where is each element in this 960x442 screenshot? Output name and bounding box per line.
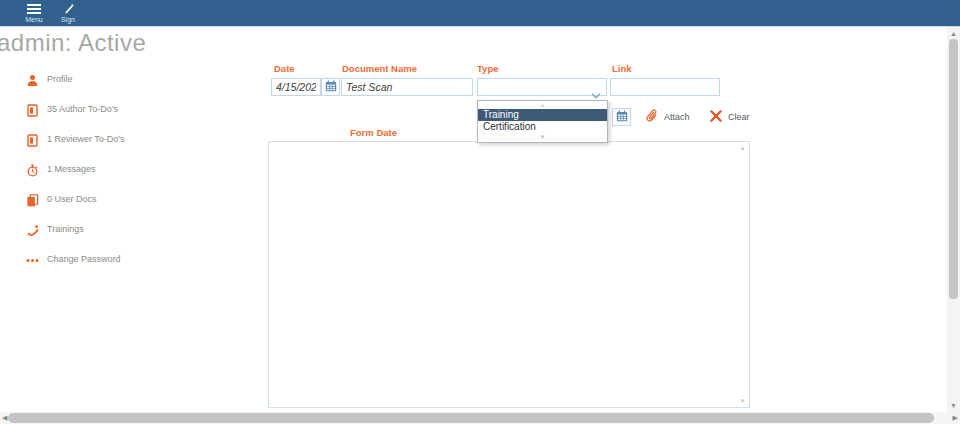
scroll-left-icon[interactable]: ◀: [2, 412, 7, 424]
form-date-calendar-button[interactable]: [612, 108, 631, 126]
top-toolbar: Menu Sign: [0, 0, 960, 27]
reviewer-todos-icon: [26, 133, 40, 146]
sidebar-item-change-password[interactable]: Change Password: [26, 252, 121, 266]
menu-button[interactable]: Menu: [16, 3, 52, 26]
dropdown-option-training[interactable]: Training: [478, 109, 607, 121]
type-dropdown-list: ▲ Training Certification ▼: [477, 100, 608, 143]
dropdown-scroll-down-icon[interactable]: ▼: [478, 133, 607, 142]
sidebar-item-label: Trainings: [47, 224, 84, 234]
sidebar-item-messages[interactable]: 1 Messages: [26, 162, 96, 176]
date-label: Date: [274, 63, 295, 74]
sidebar-item-label: 1 Messages: [47, 164, 96, 174]
sidebar-item-label: Change Password: [47, 254, 121, 264]
calendar-icon: [325, 80, 337, 95]
clear-button-label: Clear: [728, 112, 750, 122]
type-label: Type: [477, 63, 498, 74]
type-select[interactable]: [477, 78, 607, 96]
sidebar-item-profile[interactable]: Profile: [26, 72, 73, 86]
vertical-scrollbar-thumb[interactable]: [949, 39, 958, 299]
form-date-label: Form Date: [350, 127, 397, 138]
trainings-icon: [26, 223, 40, 236]
change-password-icon: [26, 253, 40, 266]
document-name-input[interactable]: [341, 78, 473, 96]
clear-x-icon: [710, 110, 722, 125]
sidebar-item-label: Profile: [47, 74, 73, 84]
link-label: Link: [612, 63, 632, 74]
scroll-down-icon[interactable]: ▼: [947, 402, 960, 409]
clear-button[interactable]: Clear: [710, 109, 750, 125]
menu-icon: [16, 3, 52, 15]
user-docs-icon: [26, 193, 40, 206]
sidebar-item-trainings[interactable]: Trainings: [26, 222, 84, 236]
calendar-icon: [616, 110, 628, 125]
date-calendar-button[interactable]: [321, 78, 340, 96]
scroll-down-icon[interactable]: ▼: [736, 398, 749, 404]
link-input[interactable]: [610, 78, 720, 96]
sign-button-label: Sign: [50, 16, 86, 23]
horizontal-scrollbar[interactable]: ◀ ▶: [0, 412, 960, 424]
menu-button-label: Menu: [16, 16, 52, 23]
profile-icon: [26, 73, 40, 86]
scroll-right-icon[interactable]: ▶: [953, 412, 958, 424]
scroll-up-icon[interactable]: ▲: [736, 145, 749, 151]
attach-button[interactable]: Attach: [646, 109, 690, 125]
horizontal-scrollbar-thumb[interactable]: [8, 413, 934, 423]
dropdown-scroll-up-icon[interactable]: ▲: [478, 101, 607, 109]
sign-icon: [50, 3, 86, 15]
document-name-label: Document Name: [342, 63, 417, 74]
sidebar-item-label: 1 Reviewer To-Do's: [47, 134, 125, 144]
sidebar-item-label: 0 User Docs: [47, 194, 97, 204]
messages-icon: [26, 163, 40, 176]
panel-scrollbar[interactable]: ▲ ▼: [736, 142, 749, 407]
date-input[interactable]: [271, 78, 321, 96]
scroll-up-icon[interactable]: ▲: [947, 30, 960, 37]
attach-button-label: Attach: [664, 112, 690, 122]
app-window: Menu Sign admin: Active Profile 35 Autho…: [0, 0, 960, 442]
sidebar-item-author-todos[interactable]: 35 Author To-Do's: [26, 102, 118, 116]
sidebar-item-label: 35 Author To-Do's: [47, 104, 118, 114]
paperclip-icon: [646, 109, 658, 126]
sign-button[interactable]: Sign: [50, 3, 86, 26]
sidebar-item-user-docs[interactable]: 0 User Docs: [26, 192, 97, 206]
vertical-scrollbar[interactable]: ▲ ▼: [947, 28, 960, 412]
form-content-panel[interactable]: ▲ ▼: [268, 141, 750, 408]
dropdown-option-certification[interactable]: Certification: [478, 121, 607, 133]
page-title: admin: Active: [0, 29, 146, 57]
author-todos-icon: [26, 103, 40, 116]
sidebar-item-reviewer-todos[interactable]: 1 Reviewer To-Do's: [26, 132, 125, 146]
